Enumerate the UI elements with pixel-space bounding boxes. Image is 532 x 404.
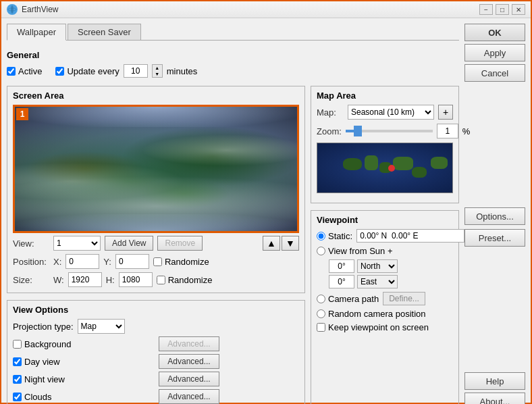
clouds-checkbox[interactable] <box>13 393 22 401</box>
day-view-checkbox[interactable] <box>13 357 22 366</box>
view-from-sun-radio[interactable] <box>317 247 325 255</box>
nav-up-button[interactable]: ▲ <box>263 236 280 251</box>
randomize-position-checkbox[interactable] <box>153 257 162 266</box>
cancel-button[interactable]: Cancel <box>464 64 525 82</box>
maximize-button[interactable]: □ <box>496 4 509 15</box>
app-icon <box>7 4 18 15</box>
ok-button[interactable]: OK <box>464 24 525 41</box>
static-radio-label[interactable]: Static: <box>317 231 352 241</box>
camera-path-text: Camera path <box>328 294 379 304</box>
active-checkbox-label[interactable]: Active <box>7 66 42 76</box>
preset-button[interactable]: Preset... <box>464 229 525 247</box>
screen-area-label: Screen Area <box>13 91 299 101</box>
randomize-position-text: Randomize <box>165 257 209 267</box>
minutes-label: minutes <box>167 66 198 76</box>
map-row: Map: Seasonal (10 km) Blue Marble Topogr… <box>317 105 453 120</box>
static-radio[interactable] <box>317 232 325 241</box>
camera-path-radio[interactable] <box>317 295 325 303</box>
h-input[interactable] <box>119 272 153 287</box>
apply-button[interactable]: Apply <box>464 44 525 61</box>
randomize-size-label[interactable]: Randomize <box>157 275 213 285</box>
remove-button[interactable]: Remove <box>157 236 203 251</box>
map-select[interactable]: Seasonal (10 km) Blue Marble Topographic <box>348 105 434 120</box>
map-add-button[interactable]: + <box>438 105 453 120</box>
update-checkbox-label[interactable]: Update every <box>55 66 119 76</box>
east-select[interactable]: East West North South <box>357 275 398 288</box>
spinner-down-button[interactable]: ▼ <box>153 71 162 77</box>
viewpoint-label: Viewpoint <box>317 215 453 225</box>
view-row: View: 1 Add View Remove ▲ ▼ <box>13 236 299 251</box>
view-select[interactable]: 1 <box>53 236 101 251</box>
projection-row: Projection type: Map Globe Flat <box>13 319 299 334</box>
view-controls: View: 1 Add View Remove ▲ ▼ <box>13 233 299 287</box>
static-value-input[interactable] <box>356 229 464 243</box>
projection-select[interactable]: Map Globe Flat <box>78 319 125 334</box>
sun-input-2[interactable] <box>329 275 354 288</box>
randomize-size-text: Randomize <box>168 275 213 285</box>
view-from-sun-label[interactable]: View from Sun + <box>317 246 453 256</box>
tab-wallpaper[interactable]: Wallpaper <box>7 24 66 41</box>
x-input[interactable] <box>65 254 99 269</box>
static-row: Static: <box>317 229 453 243</box>
day-view-label: Day view <box>24 357 60 367</box>
h-label: H: <box>106 275 115 285</box>
sun-row-2: East West North South <box>329 275 453 288</box>
day-view-advanced-button[interactable]: Advanced... <box>159 354 219 369</box>
keep-viewpoint-text: Keep viewpoint on screen <box>328 322 429 332</box>
tab-screensaver[interactable]: Screen Saver <box>68 24 141 40</box>
keep-viewpoint-label[interactable]: Keep viewpoint on screen <box>317 322 453 332</box>
background-advanced-button[interactable]: Advanced... <box>159 336 219 351</box>
size-row: Size: W: H: Randomize <box>13 272 299 287</box>
update-checkbox[interactable] <box>55 67 64 76</box>
y-input[interactable] <box>115 254 149 269</box>
night-view-advanced-button[interactable]: Advanced... <box>159 372 219 386</box>
active-label: Active <box>18 66 42 76</box>
background-option[interactable]: Background <box>13 336 153 351</box>
spacer-2 <box>464 251 525 368</box>
y-label: Y: <box>103 257 111 267</box>
update-value-input[interactable] <box>124 64 148 78</box>
general-label: General <box>7 50 459 60</box>
add-view-button[interactable]: Add View <box>105 236 153 251</box>
clouds-advanced-button[interactable]: Advanced... <box>159 389 219 404</box>
define-button[interactable]: Define... <box>383 292 425 305</box>
minimize-button[interactable]: − <box>479 4 493 15</box>
random-camera-radio[interactable] <box>317 309 325 318</box>
w-input[interactable] <box>68 272 102 287</box>
options-button[interactable]: Options... <box>464 207 525 225</box>
clouds-option[interactable]: Clouds <box>13 389 153 404</box>
nav-row: ▲ ▼ <box>263 236 299 251</box>
close-button[interactable]: ✕ <box>512 4 525 15</box>
night-view-checkbox[interactable] <box>13 375 22 384</box>
polar-ice-top <box>15 107 297 127</box>
camera-path-label[interactable]: Camera path <box>317 294 379 304</box>
action-panel: OK Apply Cancel Options... Preset... Hel… <box>464 24 525 404</box>
north-select[interactable]: North South East West <box>357 259 398 273</box>
spinner-up-button[interactable]: ▲ <box>153 65 162 71</box>
sun-input-1[interactable] <box>329 259 354 273</box>
randomize-position-label[interactable]: Randomize <box>153 257 209 267</box>
night-view-option[interactable]: Night view <box>13 372 153 386</box>
background-checkbox[interactable] <box>13 340 22 349</box>
mini-land-5 <box>412 167 427 178</box>
randomize-size-checkbox[interactable] <box>157 276 165 284</box>
active-checkbox[interactable] <box>7 67 16 76</box>
map-area-section: Map Area Map: Seasonal (10 km) Blue Marb… <box>311 86 459 203</box>
help-button[interactable]: Help <box>464 372 525 390</box>
zoom-slider[interactable] <box>346 130 433 132</box>
view-from-sun-text: View from Sun + <box>328 246 393 256</box>
day-view-option[interactable]: Day view <box>13 354 153 369</box>
content-area: Wallpaper Screen Saver General Active Up… <box>1 18 531 404</box>
random-camera-label[interactable]: Random camera position <box>317 309 453 319</box>
keep-viewpoint-checkbox[interactable] <box>317 323 325 332</box>
about-button[interactable]: About... <box>464 393 525 404</box>
window-controls: − □ ✕ <box>479 4 525 15</box>
random-camera-text: Random camera position <box>328 309 426 319</box>
nav-down-button[interactable]: ▼ <box>282 236 299 251</box>
map-label: Map: <box>317 107 344 118</box>
mini-map-marker <box>388 165 395 172</box>
camera-path-row: Camera path Define... <box>317 292 453 305</box>
w-label: W: <box>53 275 64 285</box>
zoom-input[interactable] <box>437 124 458 138</box>
zoom-row: Zoom: % <box>317 124 453 138</box>
